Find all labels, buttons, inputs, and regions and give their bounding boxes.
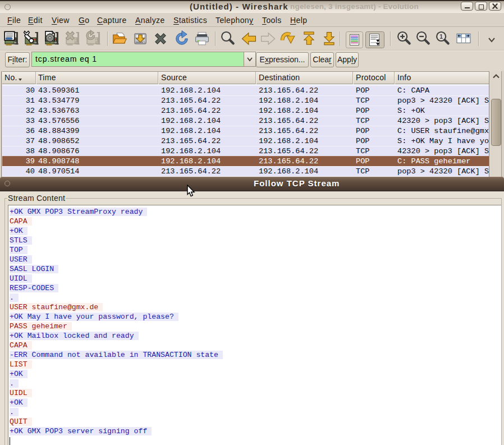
svg-text:1: 1 <box>439 34 443 40</box>
